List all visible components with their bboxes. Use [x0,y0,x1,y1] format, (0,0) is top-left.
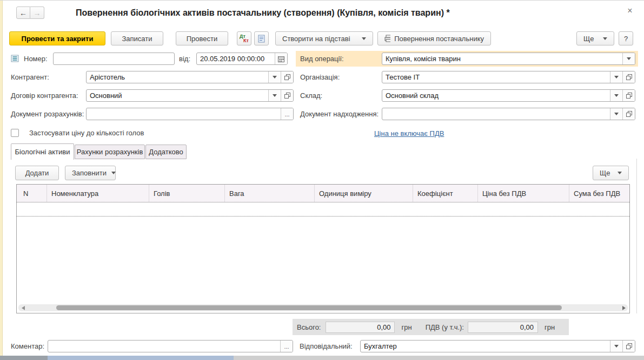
operation-label: Вид операції: [300,53,344,65]
help-button[interactable]: ? [619,31,633,45]
column-header-weight[interactable]: Вага [225,185,315,202]
column-header-unit[interactable]: Одиниця виміру [315,185,413,202]
scroll-left-icon[interactable] [22,306,25,310]
print-return-button[interactable]: Повернення постачальнику [377,31,491,45]
forward-arrow-icon: → [34,9,41,17]
table-header-row: N Номенклатура Голів Вага Одиниця виміру… [17,185,629,202]
horizontal-scrollbar[interactable] [18,304,628,311]
chevron-down-icon [614,345,619,348]
tab-additional[interactable]: Додатково [145,145,187,159]
contract-select[interactable]: Основний [86,89,294,102]
fill-button[interactable]: Заповнити [65,166,116,180]
column-header-heads[interactable]: Голів [149,185,225,202]
dtkt-icon: ДтКт [240,34,249,43]
column-header-sum-novat[interactable]: Сума без ПДВ [569,185,629,202]
chevron-down-icon [614,76,619,78]
open-button[interactable] [622,341,635,352]
create-based-on-button[interactable]: Створити на підставі [275,31,373,45]
responsible-select[interactable]: Бухгалтер [360,340,635,352]
document-structure-button[interactable] [254,31,269,45]
window-bottom-edge [0,356,644,360]
toolbar-more-button[interactable]: Ще [576,31,614,45]
warehouse-label: Склад: [300,89,322,102]
dropdown-button[interactable] [610,108,622,120]
comment-input[interactable]: ... [48,340,293,352]
chevron-down-icon [603,37,607,40]
forward-button[interactable]: → [30,6,44,19]
ellipsis-icon: ... [284,343,289,350]
table-more-label: Ще [600,169,610,177]
chevron-down-icon [362,37,366,40]
chevron-down-icon [273,94,277,97]
open-button[interactable] [281,90,293,101]
apply-price-label: Застосувати ціну до кількості голов [29,127,144,139]
document-icon [258,35,265,43]
settlement-doc-input[interactable]: ... [86,108,294,120]
post-and-close-button[interactable]: Провести та закрити [9,31,105,45]
back-arrow-icon: ← [19,9,27,17]
dropdown-button[interactable] [610,71,622,83]
vat-label: ПДВ (у т.ч.): [426,323,464,331]
close-button[interactable]: × [623,4,637,18]
empty-table-row[interactable] [17,202,629,217]
post-button[interactable]: Провести [176,31,228,45]
column-header-n[interactable]: N [17,185,47,202]
choose-button[interactable]: ... [280,341,293,352]
dropdown-button[interactable] [268,71,281,83]
date-label: від: [179,53,190,65]
open-card-icon [284,74,290,80]
open-button[interactable] [622,108,635,120]
create-based-on-label: Створити на підставі [282,35,350,43]
dropdown-button[interactable] [622,53,635,64]
toolbar-more-label: Ще [583,35,594,43]
open-card-icon [626,111,632,117]
fill-label: Заповнити [72,169,107,177]
dtkt-postings-button[interactable]: ДтКт [237,31,251,45]
table-more-button[interactable]: Ще [593,166,629,180]
vat-not-included-link[interactable]: Ціна не включає ПДВ [374,129,444,138]
tab-label: Додатково [149,148,183,156]
chevron-down-icon [614,94,619,97]
column-header-coefficient[interactable]: Коефіцієнт [413,185,478,202]
operation-select[interactable]: Купівля, комісія тварин [382,53,635,65]
warehouse-select[interactable]: Основний склад [382,89,635,102]
number-input[interactable] [53,53,175,65]
scrollbar-thumb[interactable] [56,305,562,310]
open-card-icon [626,343,632,349]
calendar-button[interactable] [275,53,287,64]
settlement-doc-label: Документ розрахунків: [11,108,84,120]
open-card-icon [626,74,632,80]
chevron-down-icon [614,113,619,115]
back-button[interactable]: ← [16,6,30,19]
organization-select[interactable]: Тестове IT [382,71,635,83]
add-row-button[interactable]: Додати [15,166,59,180]
chevron-down-icon [273,76,277,78]
open-button[interactable] [622,90,635,101]
column-header-price-novat[interactable]: Ціна без ПДВ [478,185,569,202]
items-table: N Номенклатура Голів Вага Одиниця виміру… [16,184,630,313]
add-row-label: Додати [25,169,49,177]
open-card-icon [626,93,632,99]
tab-panel-edge [636,159,637,313]
column-header-nomenclature[interactable]: Номенклатура [47,185,149,202]
chevron-down-icon [627,57,631,60]
scroll-right-icon[interactable] [622,306,626,310]
tab-settlement-accounts[interactable]: Рахунки розрахунків [75,145,145,159]
open-button[interactable] [281,71,293,83]
contract-label: Договір контрагента: [11,89,78,102]
choose-button[interactable]: ... [281,108,293,120]
date-input[interactable]: 20.05.2019 00:00:00 [196,53,288,65]
dropdown-button[interactable] [610,341,622,352]
dropdown-button[interactable] [610,90,622,101]
receipt-doc-label: Документ надходження: [300,108,379,120]
save-button[interactable]: Записати [111,31,163,45]
contractor-select[interactable]: Арістотель [86,71,294,83]
document-window: ← → Повернення біологічних активів поста… [0,0,644,360]
open-button[interactable] [622,71,635,83]
vat-value-field: 0,00 [468,322,538,333]
receipt-doc-select[interactable] [382,108,635,120]
tab-biological-assets[interactable]: Біологічні активи [11,143,74,160]
apply-price-checkbox[interactable] [11,129,19,137]
calendar-icon [278,56,284,62]
dropdown-button[interactable] [268,90,281,101]
